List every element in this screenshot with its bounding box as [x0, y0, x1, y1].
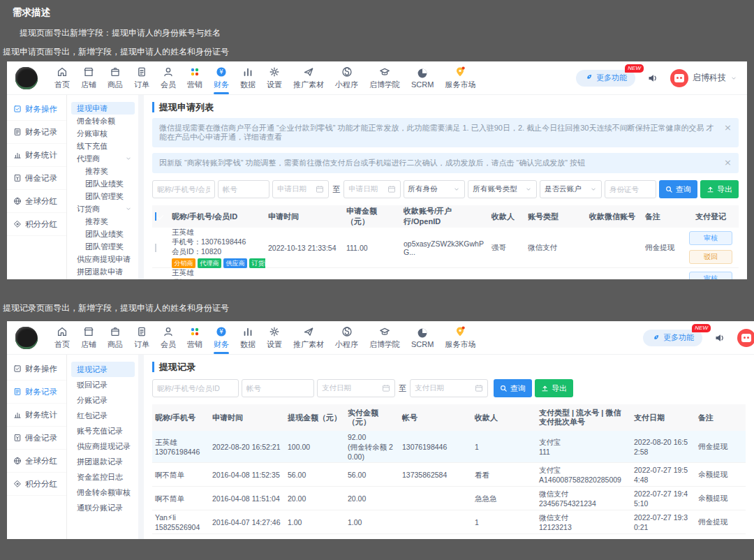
account-input[interactable]	[218, 180, 269, 198]
nav-item-服务市场[interactable]: 服务市场	[439, 61, 481, 95]
export-button[interactable]: 导出	[700, 180, 739, 198]
pay-date-start-input[interactable]: 支付日期	[317, 379, 395, 397]
account-type-select[interactable]: 所有账号类型	[468, 180, 537, 198]
nav-item-小程序[interactable]: 小程序	[330, 61, 364, 95]
row-checkbox[interactable]	[155, 244, 156, 252]
sidebar-category-财务记录[interactable]: 财务记录	[7, 381, 66, 404]
submenu-item-通联分账记录[interactable]: 通联分账记录	[67, 500, 138, 515]
nav-item-营销[interactable]: 营销	[182, 321, 208, 355]
select-all-checkbox[interactable]	[155, 212, 156, 221]
submenu-item-拼团退款申请[interactable]: 拼团退款申请	[67, 265, 138, 278]
nav-item-商品[interactable]: 商品	[102, 61, 128, 95]
submenu-item-提现申请[interactable]: 提现申请	[71, 102, 135, 115]
audit-button[interactable]: 审核	[689, 272, 732, 279]
nav-item-店铺[interactable]: 店铺	[75, 61, 102, 95]
academy-icon	[379, 66, 390, 78]
submenu-item-红包记录[interactable]: 红包记录	[67, 408, 138, 423]
search-button[interactable]: 查询	[659, 180, 697, 198]
nav-item-SCRM[interactable]: SCRM	[406, 61, 439, 95]
sidebar-category-财务操作[interactable]: 财务操作	[7, 358, 66, 381]
nav-item-推广素材[interactable]: 推广素材	[288, 321, 330, 355]
submenu-item-供应商提现记录[interactable]: 供应商提现记录	[67, 439, 138, 454]
submenu-item-分账记录[interactable]: 分账记录	[67, 392, 138, 408]
sidebar-category-财务统计[interactable]: 财务统计	[7, 144, 66, 167]
nav-item-订单[interactable]: 订单	[128, 321, 155, 355]
nav-item-启博学院[interactable]: 启博学院	[364, 321, 406, 355]
sidebar-category-财务操作[interactable]: 财务操作	[7, 98, 66, 121]
sidebar-category-积分分红[interactable]: 积分分红	[7, 473, 66, 496]
nav-item-营销[interactable]: 营销	[182, 61, 208, 95]
sidebar-category-积分分红[interactable]: 积分分红	[7, 213, 66, 236]
withdraw-amount-cell: 1.00	[285, 517, 345, 527]
sidebar-category-全球分红[interactable]: 全球分红	[7, 450, 66, 473]
identity-select[interactable]: 所有身份	[404, 180, 466, 198]
reject-button[interactable]: 驳回	[689, 250, 732, 264]
submenu-item-分账审核[interactable]: 分账审核	[67, 127, 138, 140]
nav-item-设置[interactable]: 设置	[261, 321, 288, 355]
nav-item-数据[interactable]: 数据	[235, 61, 261, 95]
submenu-item-推荐奖[interactable]: 推荐奖	[67, 165, 138, 177]
nav-item-店铺[interactable]: 店铺	[75, 321, 102, 355]
sidebar-category-财务统计[interactable]: 财务统计	[7, 404, 66, 427]
submenu-item-团队管理奖[interactable]: 团队管理奖	[67, 190, 138, 202]
nav-item-数据[interactable]: 数据	[235, 321, 261, 355]
keyword-input[interactable]	[152, 180, 215, 198]
apply-date-start-input[interactable]: 申请日期	[272, 180, 329, 198]
export-button[interactable]: 导出	[535, 379, 573, 397]
submenu-item-提现记录[interactable]: 提现记录	[71, 362, 135, 377]
nav-item-label: 设置	[267, 80, 282, 90]
account-input[interactable]	[242, 379, 314, 397]
submenu-item-佣金转余额审核[interactable]: 佣金转余额审核	[67, 485, 138, 500]
keyword-input[interactable]	[152, 379, 239, 397]
submenu-item-推荐奖[interactable]: 推荐奖	[67, 215, 138, 228]
sidebar-category-佣金记录[interactable]: 佣金记录	[7, 167, 66, 190]
nav-item-财务[interactable]: ¥财务	[208, 321, 235, 355]
nav-item-小程序[interactable]: 小程序	[330, 321, 364, 355]
submenu-item-订货商[interactable]: 订货商	[67, 202, 138, 215]
submenu-item-线下充值[interactable]: 线下充值	[67, 140, 138, 152]
submenu-item-团队业绩奖[interactable]: 团队业绩奖	[67, 228, 138, 240]
submenu-item-账号充值记录[interactable]: 账号充值记录	[67, 423, 138, 439]
nav-item-财务[interactable]: ¥财务	[208, 61, 235, 95]
more-features-button[interactable]: 更多功能 NEW	[643, 330, 702, 346]
submenu-item-驳回记录[interactable]: 驳回记录	[67, 377, 138, 392]
idcard-input[interactable]	[605, 180, 656, 198]
close-icon[interactable]: ×	[724, 123, 732, 132]
submenu-item-资金监控日志[interactable]: 资金监控日志	[67, 469, 138, 485]
announcement-speaker-icon[interactable]	[714, 332, 726, 344]
nav-item-启博学院[interactable]: 启博学院	[364, 61, 406, 95]
submenu-item-代理商[interactable]: 代理商	[67, 152, 138, 165]
nav-item-服务市场[interactable]: 服务市场	[439, 321, 481, 355]
sidebar-category-财务记录[interactable]: 财务记录	[7, 121, 66, 144]
close-icon[interactable]: ×	[724, 158, 732, 167]
nav-item-设置[interactable]: 设置	[261, 61, 288, 95]
apply-date-end-input[interactable]: 申请日期	[343, 180, 400, 198]
goods-icon	[110, 326, 121, 338]
more-features-button[interactable]: 更多功能 NEW	[576, 70, 635, 87]
nav-item-首页[interactable]: 首页	[49, 321, 75, 355]
account-menu[interactable]	[737, 329, 744, 347]
audit-button[interactable]: 审核	[689, 231, 732, 245]
search-button[interactable]: 查询	[494, 379, 532, 397]
announcement-speaker-icon[interactable]	[646, 73, 659, 84]
cloud-account-select[interactable]: 是否云账户	[540, 180, 602, 198]
nav-item-推广素材[interactable]: 推广素材	[288, 61, 330, 95]
submenu-item-供应商提现申请[interactable]: 供应商提现申请	[67, 253, 138, 265]
pay-date-end-input[interactable]: 支付日期	[410, 379, 488, 397]
rocket-icon	[651, 334, 660, 342]
nav-item-SCRM[interactable]: SCRM	[406, 321, 439, 355]
nav-item-订单[interactable]: 订单	[128, 61, 155, 95]
apply-time-cell: 2022-08-20 16:52:21	[209, 442, 285, 452]
sidebar-category-全球分红[interactable]: 全球分红	[7, 190, 66, 213]
nav-item-首页[interactable]: 首页	[49, 61, 75, 95]
submenu-item-团队管理奖[interactable]: 团队管理奖	[67, 240, 138, 253]
sidebar-category-佣金记录[interactable]: 佣金记录	[7, 427, 66, 450]
nav-item-会员[interactable]: 会员	[155, 61, 182, 95]
account-menu[interactable]: 启博科技	[670, 69, 737, 87]
submenu-item-佣金转余额[interactable]: 佣金转余额	[67, 115, 138, 127]
submenu-item-拼团退款记录[interactable]: 拼团退款记录	[67, 454, 138, 469]
search-icon	[500, 385, 508, 392]
nav-item-会员[interactable]: 会员	[155, 321, 182, 355]
submenu-item-团队业绩奖[interactable]: 团队业绩奖	[67, 177, 138, 190]
nav-item-商品[interactable]: 商品	[102, 321, 128, 355]
